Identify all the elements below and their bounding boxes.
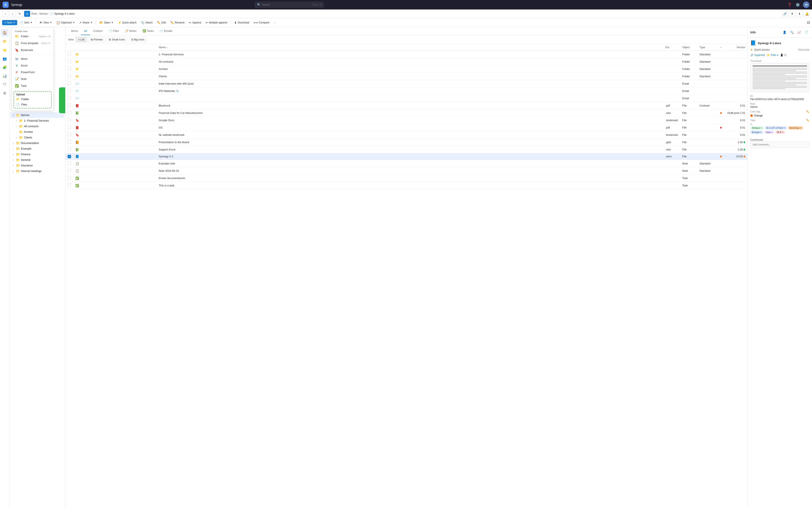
dropdown-from-template[interactable]: 📋 From template Cmd + K	[12, 40, 53, 47]
row-checkbox[interactable]	[68, 147, 71, 151]
open-button[interactable]: 📂 Open ▼	[98, 20, 115, 25]
tags-edit-icon[interactable]: ✏️	[806, 119, 809, 122]
tag-antique[interactable]: Antique ×	[750, 126, 764, 130]
tree-item-fin-services[interactable]: › 📁 1- Financial Services	[10, 118, 65, 124]
row-checkbox[interactable]	[68, 176, 71, 179]
row-checkbox[interactable]	[68, 118, 71, 122]
row-checkbox[interactable]	[68, 67, 71, 71]
tree-item-finance[interactable]: › 📁 Finance	[10, 152, 65, 157]
clipboard-button[interactable]: 📋 Clipboard ▼	[54, 20, 76, 25]
star-icon[interactable]: ★	[750, 48, 753, 51]
upload-folder-item[interactable]: 📁 Folder	[15, 96, 50, 102]
tree-item-general[interactable]: › 📁 General	[10, 157, 65, 163]
row-checkbox[interactable]	[68, 59, 71, 63]
avatar[interactable]: JR	[803, 1, 809, 8]
view-preview-button[interactable]: ⊞ Preview	[88, 37, 105, 42]
row-checkbox[interactable]	[68, 133, 71, 136]
tab-emails[interactable]: ✉️ Emails	[157, 27, 175, 35]
dropdown-task[interactable]: ✅ Task	[12, 82, 53, 89]
breadcrumb-root[interactable]: Root	[32, 12, 37, 15]
table-row[interactable]: 📕Blackrock.pdfFileContract0.01	[66, 102, 747, 109]
hyperlink-button[interactable]: 🔗 Hyperlink	[750, 54, 765, 56]
row-checkbox[interactable]	[68, 52, 71, 56]
row-checkbox[interactable]	[68, 82, 71, 85]
row-checkbox[interactable]	[68, 89, 71, 92]
col-version[interactable]: Version	[725, 44, 747, 51]
layout-toggle[interactable]: ⊡	[807, 20, 810, 25]
table-row[interactable]: 📕GS.pdfFile0.01	[66, 124, 747, 131]
table-row[interactable]: 🔖NL website bookmark.bookmarkFile0.01	[66, 131, 747, 139]
view-button[interactable]: 👁 View ▼	[38, 20, 54, 25]
table-row[interactable]: 📁1- Financial ServicesFolderStandard	[66, 51, 747, 58]
row-checkbox[interactable]	[68, 96, 71, 100]
help-icon[interactable]: ❓	[786, 2, 793, 8]
sidebar-shield[interactable]: 🛡	[1, 81, 9, 88]
col-name[interactable]: Name ↓	[157, 44, 663, 51]
color-tag-edit-icon[interactable]: ✏️	[806, 110, 809, 113]
row-checkbox[interactable]	[68, 126, 71, 129]
col-type[interactable]: Type	[697, 44, 717, 51]
item-button[interactable]: 📄 Item ▼	[18, 20, 34, 25]
table-row[interactable]: 🔖Google Docs.bookmarkFile0.01	[66, 117, 747, 124]
doc-panel-btn[interactable]: 📄	[803, 29, 809, 35]
chart-panel-btn[interactable]: 📈	[796, 29, 802, 35]
table-row[interactable]: ✉️Indie Interview with Will QuistEmail	[66, 80, 747, 87]
col-object[interactable]: Object	[680, 44, 697, 51]
tab-all[interactable]: All	[81, 27, 90, 35]
tab-items[interactable]: Items	[68, 27, 81, 35]
bell-icon[interactable]: 🔔	[804, 11, 810, 17]
view-big-icons-button[interactable]: ⊟ Big icons	[129, 37, 147, 42]
breadcrumb-demos[interactable]: Demos	[39, 12, 48, 15]
id-button[interactable]: 📱 ID	[780, 54, 786, 56]
row-checkbox[interactable]	[68, 111, 71, 114]
more-button[interactable]: ···	[272, 20, 277, 25]
dropdown-note[interactable]: 📝 Note	[12, 76, 53, 82]
comment-input[interactable]	[750, 141, 809, 148]
dropdown-powerpoint[interactable]: P PowerPoint	[12, 69, 53, 76]
view-small-icons-button[interactable]: ⊞ Small icons	[106, 37, 127, 42]
multiple-append-button[interactable]: ↩ Multiple append	[204, 20, 229, 25]
quick-access-label[interactable]: Quick access	[754, 48, 770, 51]
settings-icon[interactable]: ⚙️	[795, 2, 801, 8]
dropdown-folder[interactable]: 📁 Folder Option + N	[12, 33, 53, 40]
edit-button[interactable]: ✏️ Edit	[155, 20, 168, 25]
table-row[interactable]: 📁ArchiveFolderStandard	[66, 66, 747, 73]
table-row[interactable]: 📁ClientsFolderStandard	[66, 73, 747, 80]
tab-custom[interactable]: Custom	[90, 27, 106, 35]
row-checkbox[interactable]	[68, 183, 71, 187]
row-checkbox[interactable]	[68, 74, 71, 78]
table-row[interactable]: 📙Presentation to the Board.pptxFile1.00	[66, 139, 747, 146]
view-list-button[interactable]: ≡ List	[76, 37, 87, 42]
tag-dlp[interactable]: DLP ×	[775, 130, 785, 134]
tree-item-internal-meetings[interactable]: › 📁 Internal meetings	[10, 168, 65, 174]
attach-button[interactable]: 📎 Attach	[139, 20, 154, 25]
table-row[interactable]: 📁All contractsFolderStandard	[66, 58, 747, 66]
tree-item-all-contracts[interactable]: › 📁 All contracts	[10, 124, 65, 129]
tree-item-demos[interactable]: ▾ 📁 Demos	[10, 112, 65, 118]
download-button[interactable]: ⬇ Download	[232, 20, 251, 25]
tab-tasks[interactable]: ✅ Tasks	[139, 27, 157, 35]
compare-button[interactable]: ⟺ Compare	[252, 20, 271, 25]
row-checkbox[interactable]	[68, 169, 71, 172]
search-bar[interactable]: 🔍 Cmd + S	[255, 2, 324, 8]
upload-files-item[interactable]: 📄 Files	[15, 102, 50, 107]
row-checkbox[interactable]: ✓	[68, 155, 71, 158]
row-checkbox[interactable]	[68, 103, 71, 107]
link-icon[interactable]: 🔗	[782, 11, 788, 17]
row-checkbox[interactable]	[68, 140, 71, 143]
table-row[interactable]: ✉️IPO Materials 📎Email	[66, 87, 747, 95]
dropdown-excel[interactable]: X Excel	[12, 62, 53, 69]
path-button[interactable]: 📁 Path ▾	[767, 54, 778, 56]
table-row[interactable]: 📗Support Excel.xlsxFile1.00	[66, 146, 747, 153]
forward-button[interactable]: ›	[9, 11, 15, 17]
sidebar-folder[interactable]: 📁	[1, 37, 9, 45]
tag-europe[interactable]: Europe ×	[750, 130, 763, 134]
tag-asia[interactable]: Asia ×	[764, 130, 774, 134]
sidebar-home[interactable]: 🏠	[1, 29, 9, 37]
tree-item-tree-clients[interactable]: › 📁 Clients	[10, 135, 65, 140]
table-row[interactable]: ✅Enviar documentacionTask	[66, 175, 747, 182]
back-button[interactable]: ‹	[2, 11, 8, 17]
tag-americas[interactable]: Americas ×	[788, 126, 803, 130]
tree-item-archive[interactable]: 📁 Archive	[10, 129, 65, 135]
col-ext[interactable]: Ext.	[663, 44, 680, 51]
